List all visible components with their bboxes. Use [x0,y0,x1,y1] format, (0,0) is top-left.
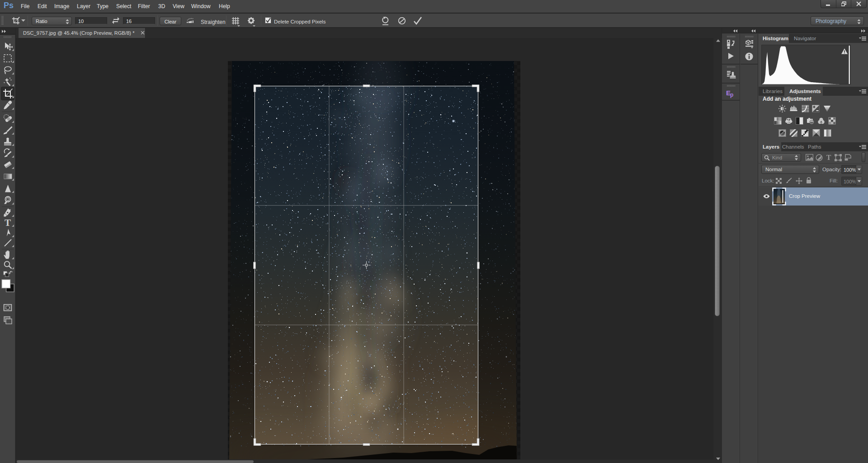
svg-text:T: T [5,217,11,227]
svg-text:T: T [826,154,831,161]
